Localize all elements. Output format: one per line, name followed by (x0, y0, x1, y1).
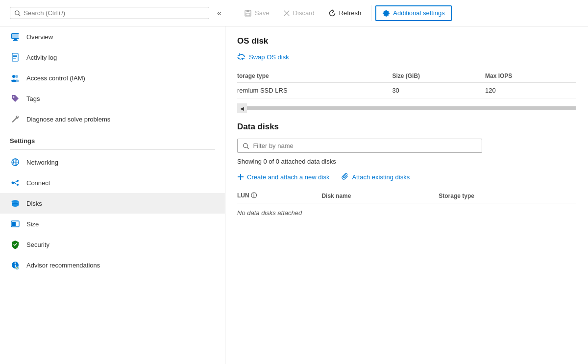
toolbar: « Save Discard Refresh (0, 0, 588, 26)
sidebar-item-connect[interactable]: Connect (0, 172, 225, 193)
toolbar-right: Save Discard Refresh Additional settings (230, 0, 583, 26)
tag-icon (10, 93, 21, 104)
access-icon (10, 73, 21, 83)
toolbar-divider (371, 5, 371, 21)
data-disks-section: Data disks Showing 0 of 0 attached data … (237, 122, 576, 222)
svg-rect-8 (14, 39, 17, 40)
discard-icon (283, 10, 290, 17)
disk-storage-type: remium SSD LRS (237, 83, 392, 98)
attach-icon (341, 173, 349, 181)
os-disk-title: OS disk (237, 36, 576, 46)
col-storage-type: torage type (237, 70, 392, 83)
sidebar-item-networking[interactable]: Networking (0, 152, 225, 172)
save-button[interactable]: Save (238, 6, 275, 20)
sidebar-item-overview[interactable]: Overview (0, 26, 225, 47)
security-icon (10, 239, 21, 250)
refresh-label: Refresh (339, 9, 362, 17)
svg-point-39 (15, 263, 16, 264)
svg-line-30 (14, 183, 17, 184)
refresh-icon (328, 9, 336, 17)
swap-os-disk-label: Swap OS disk (249, 53, 289, 61)
sidebar-item-diagnose[interactable]: Diagnose and solve problems (0, 109, 225, 129)
svg-point-28 (17, 184, 19, 186)
create-disk-button[interactable]: Create and attach a new disk (237, 173, 329, 181)
search-icon (14, 10, 21, 17)
swap-icon (237, 53, 245, 61)
svg-rect-9 (13, 40, 18, 41)
plus-icon (237, 173, 244, 180)
disk-icon (10, 198, 21, 209)
log-icon (10, 52, 21, 63)
connect-icon (10, 177, 21, 188)
svg-point-42 (244, 143, 247, 147)
horizontal-scroll[interactable]: ◀ (237, 103, 576, 113)
main-layout: Overview Activity log (0, 26, 588, 364)
refresh-button[interactable]: Refresh (322, 6, 368, 20)
showing-text: Showing 0 of 0 attached data disks (237, 158, 576, 165)
search-input[interactable] (24, 9, 205, 17)
activity-log-label: Activity log (26, 54, 57, 61)
size-icon (10, 218, 21, 229)
security-label: Security (26, 241, 49, 248)
save-icon (244, 9, 252, 17)
attach-disk-label: Attach existing disks (352, 173, 410, 181)
sidebar-item-tags[interactable]: Tags (0, 88, 225, 109)
size-label: Size (26, 220, 39, 228)
filter-input-wrap[interactable] (237, 139, 482, 153)
no-data-text: No data disks attached (237, 203, 576, 223)
disks-label: Disks (26, 200, 42, 207)
swap-os-disk-button[interactable]: Swap OS disk (237, 53, 289, 61)
network-icon (10, 157, 21, 168)
discard-button[interactable]: Discard (277, 6, 320, 20)
svg-rect-14 (13, 55, 17, 56)
sidebar-item-size[interactable]: Size (0, 214, 225, 234)
collapse-button[interactable]: « (213, 7, 225, 20)
tags-label: Tags (26, 95, 40, 102)
create-disk-label: Create and attach a new disk (247, 173, 329, 181)
sidebar-item-advisor[interactable]: Advisor recommendations (0, 255, 225, 275)
content-area: OS disk Swap OS disk torage type Size (G… (225, 26, 588, 364)
col-data-storage-type: Storage type (439, 189, 576, 203)
svg-line-1 (19, 14, 20, 16)
sidebar-item-activity-log[interactable]: Activity log (0, 47, 225, 68)
monitor-icon (10, 31, 21, 42)
settings-divider (10, 149, 215, 150)
gear-icon (382, 9, 390, 17)
attach-disk-button[interactable]: Attach existing disks (341, 173, 410, 181)
filter-input[interactable] (253, 142, 477, 149)
sidebar-item-disks[interactable]: Disks (0, 193, 225, 214)
sidebar-item-access-control[interactable]: Access control (IAM) (0, 68, 225, 88)
discard-label: Discard (293, 9, 315, 17)
svg-rect-13 (12, 53, 18, 61)
settings-section-header: Settings (0, 129, 225, 147)
svg-line-29 (14, 181, 17, 183)
additional-settings-label: Additional settings (393, 9, 445, 17)
svg-rect-15 (13, 56, 17, 57)
svg-point-26 (12, 182, 14, 184)
sidebar-item-security[interactable]: Security (0, 234, 225, 255)
scroll-left-arrow[interactable]: ◀ (237, 103, 247, 113)
col-size: Size (GiB) (392, 70, 485, 83)
os-disk-section: OS disk Swap OS disk torage type Size (G… (237, 36, 576, 113)
wrench-icon (10, 114, 21, 124)
svg-rect-16 (13, 58, 16, 59)
svg-rect-4 (246, 13, 250, 16)
data-disks-title: Data disks (237, 122, 576, 132)
overview-label: Overview (26, 33, 53, 41)
svg-point-33 (12, 204, 19, 207)
svg-rect-40 (15, 265, 16, 267)
svg-point-21 (13, 97, 15, 98)
networking-label: Networking (26, 159, 58, 166)
col-lun: LUN ⓘ (237, 189, 321, 203)
sidebar: Overview Activity log (0, 26, 225, 364)
diagnose-label: Diagnose and solve problems (26, 116, 110, 123)
connect-label: Connect (26, 179, 50, 187)
scroll-track[interactable] (247, 106, 576, 110)
svg-point-18 (15, 75, 18, 78)
action-row: Create and attach a new disk Attach exis… (237, 173, 576, 181)
svg-point-20 (14, 80, 19, 82)
search-box[interactable] (10, 7, 209, 19)
additional-settings-button[interactable]: Additional settings (375, 5, 452, 21)
svg-rect-11 (12, 34, 18, 38)
disk-size: 30 (392, 83, 485, 98)
